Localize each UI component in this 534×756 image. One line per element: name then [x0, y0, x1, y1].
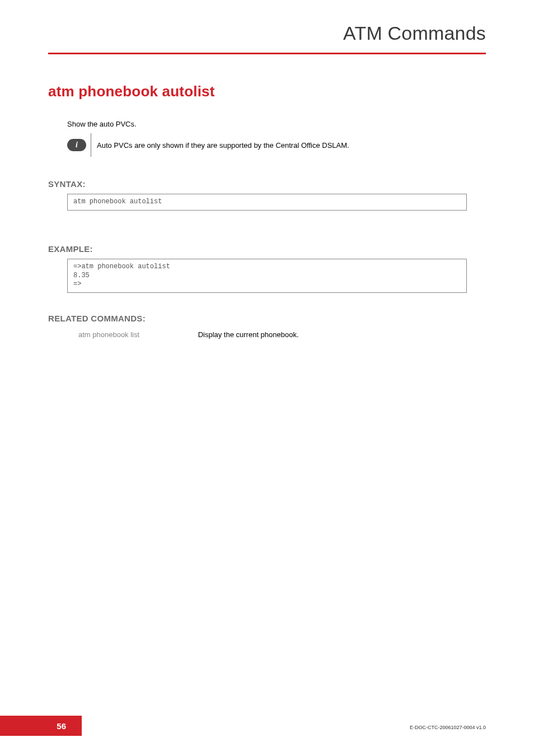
- info-separator: [91, 133, 91, 157]
- doc-id: E-DOC-CTC-20061027-0004 v1.0: [410, 725, 486, 730]
- info-note-text: Auto PVCs are only shown if they are sup…: [97, 141, 349, 150]
- example-code-box: =>atm phonebook autolist 8.35 =>: [67, 259, 467, 293]
- command-intro: Show the auto PVCs.: [67, 120, 137, 128]
- example-heading: EXAMPLE:: [48, 244, 93, 254]
- related-commands-row: atm phonebook list Display the current p…: [78, 330, 299, 339]
- related-command-desc: Display the current phonebook.: [198, 330, 299, 339]
- syntax-code-box: atm phonebook autolist: [67, 194, 467, 211]
- info-note-row: i Auto PVCs are only shown if they are s…: [67, 133, 349, 157]
- related-heading: RELATED COMMANDS:: [48, 314, 146, 323]
- syntax-heading: SYNTAX:: [48, 179, 86, 189]
- related-command-name: atm phonebook list: [78, 330, 196, 339]
- page-number-badge: 56: [0, 716, 82, 736]
- page-header-title: ATM Commands: [343, 22, 486, 44]
- info-icon: i: [67, 139, 86, 151]
- header-rule: [48, 53, 486, 54]
- command-title: atm phonebook autolist: [48, 83, 215, 100]
